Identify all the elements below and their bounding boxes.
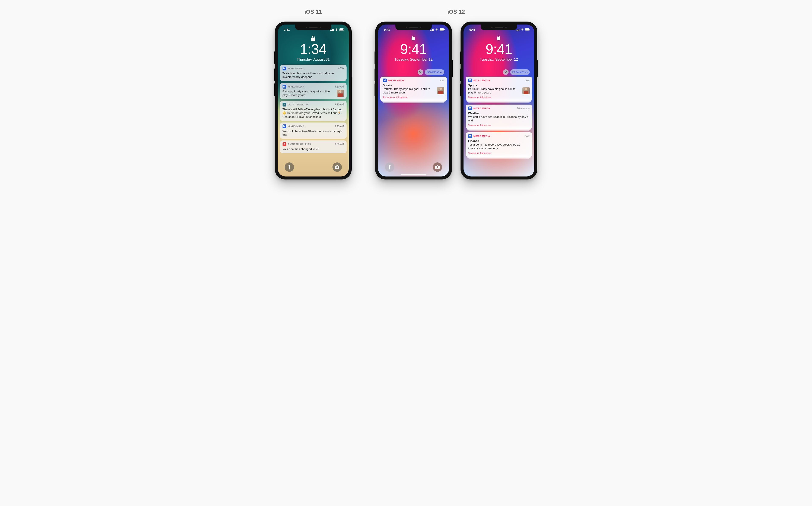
app-name: MIXED MEDIA bbox=[288, 125, 304, 128]
notch bbox=[395, 24, 432, 30]
phone-ios11: 9:41 1:34 bbox=[275, 21, 352, 179]
ios11-label: iOS 11 bbox=[304, 9, 322, 15]
phone-ios12-a: 9:41 9:41 Tuesday, September 12 bbox=[375, 21, 452, 179]
home-indicator[interactable] bbox=[401, 174, 426, 175]
notification-body: Patriots; Brady says his goal is still t… bbox=[468, 87, 520, 95]
notification-card[interactable]: m MIXED MIEDA 10 min ago Weather We coul… bbox=[466, 104, 532, 129]
svg-rect-1 bbox=[340, 29, 343, 30]
notification-time: now bbox=[525, 79, 529, 82]
more-count: 3 more notifications bbox=[468, 152, 530, 155]
screen-ios11[interactable]: 9:41 1:34 bbox=[278, 24, 349, 176]
svg-rect-8 bbox=[529, 29, 530, 30]
clock-time: 9:41 bbox=[463, 42, 534, 56]
app-icon: m bbox=[283, 67, 286, 70]
camera-button[interactable] bbox=[433, 162, 442, 172]
dismiss-button[interactable] bbox=[503, 69, 509, 75]
notification-time: 10 min ago bbox=[517, 107, 529, 110]
app-name: MIXED MEDIA bbox=[388, 79, 405, 82]
notification-card[interactable]: m MIXED MEDIA NOW Tesla bond hits record… bbox=[280, 65, 347, 81]
notification-card[interactable]: m MIXED MEDIA 9:20 AM Patriots; Brady sa… bbox=[280, 83, 347, 99]
notification-list-ios11[interactable]: m MIXED MEDIA NOW Tesla bond hits record… bbox=[278, 62, 349, 153]
notification-body: Patriots; Brady says his goal is still t… bbox=[283, 90, 335, 97]
quick-actions bbox=[278, 162, 349, 172]
notification-time: 8:30 AM bbox=[335, 143, 344, 146]
notification-time: 9:20 AM bbox=[335, 85, 344, 88]
signal-icon bbox=[330, 28, 334, 31]
notification-list-ios12-b[interactable]: Show less m MIXED MEDIA now bbox=[463, 62, 534, 157]
signal-icon bbox=[431, 28, 434, 31]
notification-title: Sports bbox=[383, 84, 444, 87]
notification-list-ios12-a[interactable]: Show less m MIXED MEDIA now bbox=[378, 62, 449, 101]
unlock-icon bbox=[497, 35, 501, 41]
battery-icon bbox=[525, 28, 530, 31]
camera-button[interactable] bbox=[333, 162, 342, 172]
notification-title: Weather bbox=[468, 112, 530, 115]
notification-body: Your seat has changed to 2F bbox=[283, 147, 344, 151]
more-count: 13 more notifications bbox=[383, 96, 444, 99]
notification-stack[interactable]: m MIXED MIEDA 10 min ago Weather We coul… bbox=[466, 104, 532, 129]
status-time: 9:41 bbox=[284, 28, 290, 31]
quick-actions bbox=[378, 162, 449, 172]
notification-card[interactable]: m MIXED MEDIA now Sports Patriots; Brady… bbox=[380, 77, 447, 101]
dismiss-button[interactable] bbox=[418, 69, 423, 75]
show-less-button[interactable]: Show less bbox=[425, 69, 444, 75]
more-count: 5 more notifications bbox=[468, 96, 530, 99]
clock-date: Tuesday, September 12 bbox=[463, 58, 534, 62]
svg-rect-2 bbox=[344, 29, 344, 30]
app-icon: ▲ bbox=[283, 103, 286, 106]
notification-stack[interactable]: m MIXED MEDIA now Finance Tesla bond hit… bbox=[466, 132, 532, 157]
app-icon: m bbox=[468, 106, 472, 110]
notification-stack[interactable]: m MIXED MEDIA now Sports Patriots; Brady… bbox=[380, 77, 447, 101]
app-name: MIXED MEDIA bbox=[473, 135, 490, 138]
notification-thumbnail bbox=[437, 87, 444, 94]
flashlight-button[interactable] bbox=[285, 162, 294, 172]
show-less-button[interactable]: Show less bbox=[510, 69, 530, 75]
app-icon: P bbox=[283, 142, 286, 146]
battery-icon bbox=[440, 28, 445, 31]
notification-title: Finance bbox=[468, 139, 530, 143]
phone-ios12-b: 9:41 9:41 Tuesday, September 12 bbox=[460, 21, 537, 179]
notification-stack[interactable]: m MIXED MEDIA now Sports Patriots; Brady… bbox=[466, 77, 532, 101]
clock-date: Tuesday, September 12 bbox=[378, 58, 449, 62]
signal-icon bbox=[516, 28, 520, 31]
notification-card[interactable]: m MIXED MEDIA 9:45 AM We could have two … bbox=[280, 122, 347, 139]
ios12-group: iOS 12 9:41 bbox=[375, 9, 537, 179]
app-name: MIXED MIEDA bbox=[473, 107, 490, 110]
notification-time: now bbox=[525, 135, 529, 138]
flashlight-button[interactable] bbox=[385, 162, 394, 172]
show-less-label: Show less bbox=[427, 71, 439, 74]
notification-card[interactable]: P PIONEER AIRLINES 8:30 AM Your seat has… bbox=[280, 141, 347, 153]
notch bbox=[481, 24, 517, 30]
lock-icon bbox=[311, 35, 315, 41]
notification-card[interactable]: ▲ OUTFITTERS, INC 9:30 AM There's still … bbox=[280, 101, 347, 121]
ios11-group: iOS 11 9:41 bbox=[275, 9, 352, 179]
notification-thumbnail bbox=[337, 90, 344, 97]
notification-thumbnail bbox=[522, 87, 530, 94]
notification-title: Sports bbox=[468, 84, 530, 87]
app-name: MIXED MEDIA bbox=[288, 85, 304, 88]
app-name: MIXED MEDIA bbox=[288, 67, 304, 70]
screen-ios12-b[interactable]: 9:41 9:41 Tuesday, September 12 bbox=[463, 24, 534, 176]
notification-card[interactable]: m MIXED MEDIA now Finance Tesla bond hit… bbox=[466, 132, 532, 157]
clock-time: 9:41 bbox=[378, 42, 449, 56]
clock-time: 1:34 bbox=[278, 42, 349, 56]
notch bbox=[295, 24, 332, 30]
wifi-icon bbox=[435, 28, 439, 31]
chevron-up-icon bbox=[440, 72, 442, 73]
notification-body: Patriots; Brady says his goal is still t… bbox=[383, 87, 435, 95]
notification-time: 9:45 AM bbox=[335, 125, 344, 128]
wifi-icon bbox=[335, 28, 338, 31]
wifi-icon bbox=[521, 28, 524, 31]
comparison-stage: iOS 11 9:41 bbox=[275, 9, 537, 179]
svg-rect-4 bbox=[440, 29, 444, 30]
app-icon: m bbox=[283, 124, 286, 128]
app-icon: m bbox=[283, 85, 286, 89]
unlock-icon bbox=[412, 35, 416, 41]
notification-time: now bbox=[439, 79, 444, 82]
ios12-label: iOS 12 bbox=[447, 9, 465, 15]
notification-card[interactable]: m MIXED MEDIA now Sports Patriots; Brady… bbox=[466, 77, 532, 101]
screen-ios12-a[interactable]: 9:41 9:41 Tuesday, September 12 bbox=[378, 24, 449, 176]
app-icon: m bbox=[383, 79, 387, 82]
app-name: PIONEER AIRLINES bbox=[288, 143, 311, 146]
notification-body: We could have two Atlantic hurricanes by… bbox=[468, 115, 530, 122]
